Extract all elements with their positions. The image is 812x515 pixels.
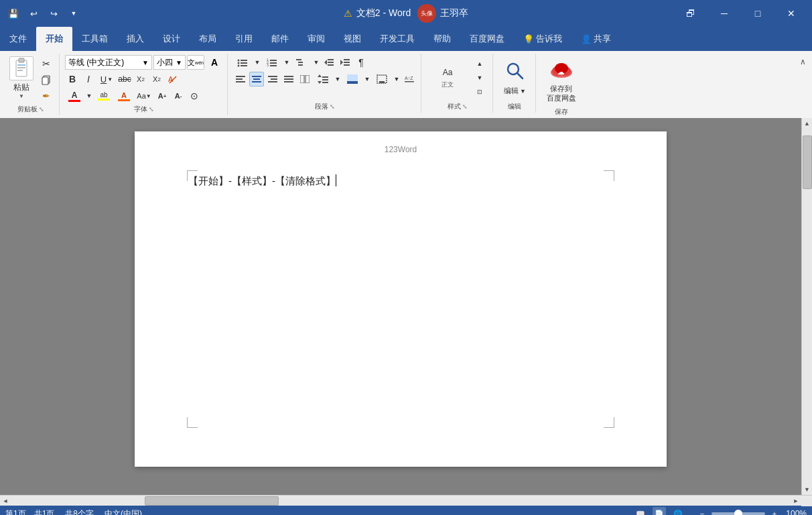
bold-button[interactable]: B (65, 72, 80, 87)
font-expand-icon[interactable]: ⤡ (149, 106, 154, 113)
bullet-list-dropdown[interactable]: ▼ (253, 55, 261, 70)
subscript-button[interactable]: X2 (133, 72, 148, 87)
line-spacing-button[interactable] (314, 72, 332, 87)
styles-scroll-down[interactable]: ▼ (471, 70, 488, 84)
wen-button[interactable]: 文wén (187, 55, 204, 70)
save-to-cloud-button[interactable]: ☁ 保存到百度网盘 (541, 55, 582, 106)
tab-design[interactable]: 设计 (153, 27, 190, 51)
save-qat-button[interactable]: 💾 (5, 5, 21, 21)
scroll-down-arrow[interactable]: ▼ (802, 484, 813, 495)
zoom-level[interactable]: 100% (784, 509, 807, 515)
shading-button[interactable] (343, 72, 362, 87)
tab-baidu[interactable]: 百度网盘 (460, 27, 514, 51)
justify-button[interactable] (281, 72, 296, 87)
scroll-thumb[interactable] (803, 135, 812, 189)
paste-button[interactable]: 粘贴 ▼ (7, 55, 36, 101)
numbered-list-dropdown[interactable]: ▼ (283, 55, 291, 70)
style-normal-button[interactable]: Aa 正文 (427, 56, 468, 99)
text-effects-button[interactable]: ⊙ (187, 89, 202, 103)
styles-scroll-up[interactable]: ▲ (471, 56, 488, 70)
border-button[interactable] (373, 72, 391, 87)
highlight-button[interactable]: ab (94, 89, 113, 103)
tab-tellme[interactable]: 💡告诉我 (514, 27, 571, 51)
copy-button[interactable] (38, 72, 55, 87)
font-color-button[interactable]: A (65, 89, 84, 103)
tab-share[interactable]: 👤共享 (571, 27, 620, 51)
read-view-button[interactable]: 📖 (634, 507, 647, 515)
text-shading-button[interactable]: A (115, 89, 133, 103)
hscroll-right-arrow[interactable]: ► (791, 496, 801, 506)
numbered-list-button[interactable]: 1. 2. 3. (263, 55, 281, 70)
hscroll-left-arrow[interactable]: ◄ (0, 496, 11, 506)
web-view-button[interactable]: 🌐 (671, 507, 685, 515)
undo-button[interactable]: ↩ (25, 5, 42, 21)
show-marks-button[interactable]: ¶ (354, 55, 368, 70)
line-spacing-dropdown[interactable]: ▼ (334, 72, 342, 87)
tab-home[interactable]: 开始 (36, 27, 72, 51)
scroll-track[interactable] (802, 129, 812, 484)
page-view-button[interactable]: 📄 (653, 507, 666, 515)
format-painter-button[interactable]: ✒ (38, 89, 55, 103)
tab-tools[interactable]: 工具箱 (72, 27, 117, 51)
increase-indent-button[interactable] (338, 55, 352, 70)
hscroll-thumb[interactable] (145, 496, 279, 506)
zoom-slider[interactable] (712, 512, 765, 515)
close-button[interactable]: ✕ (776, 0, 807, 27)
vertical-scrollbar[interactable]: ▲ ▼ (801, 118, 812, 495)
tab-view[interactable]: 视图 (334, 27, 370, 51)
styles-expand[interactable]: ⊡ (471, 85, 488, 99)
tab-review[interactable]: 审阅 (298, 27, 334, 51)
group-windows-button[interactable]: 🗗 (675, 0, 706, 27)
language[interactable]: 中文(中国) (105, 508, 142, 516)
editing-button[interactable]: 编辑 ▼ (498, 57, 531, 99)
big-a-button[interactable]: A (206, 55, 223, 70)
shading-dropdown[interactable]: ▼ (363, 72, 371, 87)
border-dropdown[interactable]: ▼ (393, 72, 401, 87)
paragraph-expand-icon[interactable]: ⤡ (330, 103, 335, 110)
tab-insert[interactable]: 插入 (117, 27, 153, 51)
zoom-in-button[interactable]: + (768, 507, 781, 515)
zoom-out-button[interactable]: − (695, 507, 709, 515)
tab-layout[interactable]: 布局 (190, 27, 226, 51)
grow-font-button[interactable]: A+ (155, 89, 170, 103)
underline-button[interactable]: U ▼ (97, 72, 116, 87)
clipboard-expand-icon[interactable]: ⤡ (39, 106, 44, 113)
align-left-button[interactable] (233, 72, 248, 87)
collapse-ribbon-button[interactable]: ∧ (796, 55, 809, 68)
font-name-selector[interactable]: 等线 (中文正文) ▼ (65, 55, 152, 70)
superscript-button[interactable]: X2 (149, 72, 164, 87)
bullet-list-button[interactable] (233, 55, 252, 70)
shrink-font-button[interactable]: A- (171, 89, 186, 103)
hscroll-track[interactable] (11, 496, 791, 506)
redo-button[interactable]: ↪ (46, 5, 62, 21)
page-info[interactable]: 第1页，共1页 (5, 508, 54, 516)
tab-developer[interactable]: 开发工具 (370, 27, 424, 51)
tab-mail[interactable]: 邮件 (262, 27, 298, 51)
word-count[interactable]: 共8个字 (65, 508, 94, 516)
tab-help[interactable]: 帮助 (424, 27, 460, 51)
maximize-button[interactable]: □ (742, 0, 773, 27)
multi-level-list-button[interactable] (292, 55, 311, 70)
document-content[interactable]: 【开始】-【样式】-【清除格式】 (188, 172, 613, 373)
align-center-button[interactable] (249, 72, 264, 87)
sort-button[interactable]: A↑Z (402, 72, 417, 87)
cut-button[interactable]: ✂ (38, 56, 55, 71)
decrease-indent-button[interactable] (322, 55, 336, 70)
font-size-selector[interactable]: 小四 ▼ (153, 55, 186, 70)
customize-qat-button[interactable]: ▼ (66, 5, 82, 21)
font-color-dropdown[interactable]: ▼ (85, 89, 93, 103)
tab-references[interactable]: 引用 (226, 27, 262, 51)
tab-file[interactable]: 文件 (0, 27, 36, 51)
strikethrough-button[interactable]: abc (117, 72, 132, 87)
minimize-button[interactable]: ─ (709, 0, 740, 27)
column-layout-button[interactable] (297, 72, 312, 87)
horizontal-scrollbar[interactable]: ◄ ► (0, 495, 812, 506)
styles-expand-icon[interactable]: ⤡ (462, 103, 468, 110)
case-change-button[interactable]: Aa▼ (135, 89, 153, 103)
scroll-up-arrow[interactable]: ▲ (802, 118, 813, 129)
align-right-button[interactable] (265, 72, 280, 87)
clear-format-button[interactable]: A (165, 72, 180, 87)
italic-button[interactable]: I (81, 72, 96, 87)
document-scroll-area[interactable]: 123Word 【开始】-【样式】-【清除格式】 (0, 118, 801, 495)
multi-level-dropdown[interactable]: ▼ (312, 55, 320, 70)
